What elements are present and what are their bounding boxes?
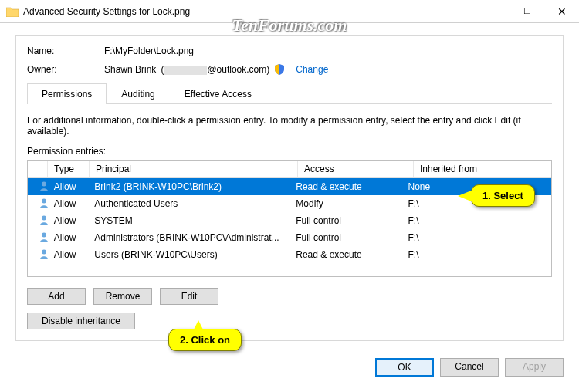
remove-button[interactable]: Remove [93,288,152,305]
user-icon [39,231,48,242]
row-principal: Users (BRINK-W10PC\Users) [88,249,290,260]
user-icon [39,248,48,259]
svg-point-4 [42,249,46,254]
info-text: For additional information, double-click… [27,115,552,137]
inner-panel: Name: F:\MyFolder\Lock.png Owner: Shawn … [15,35,564,341]
svg-point-2 [42,215,46,220]
window-title: Advanced Security Settings for Lock.png [23,6,475,17]
button-row-2: Disable inheritance [27,313,552,329]
tab-auditing[interactable]: Auditing [107,83,169,104]
content-area: Name: F:\MyFolder\Lock.png Owner: Shawn … [0,23,579,350]
row-inherited: F:\ [402,232,551,243]
svg-point-3 [42,232,46,237]
col-inherited[interactable]: Inherited from [414,161,551,177]
entries-label: Permission entries: [27,146,552,157]
disable-inheritance-button[interactable]: Disable inheritance [27,313,135,329]
close-button[interactable]: ✕ [544,0,579,22]
list-header: Type Principal Access Inherited from [28,161,551,178]
tab-permissions[interactable]: Permissions [27,83,107,104]
owner-name: Shawn Brink [104,64,156,75]
permission-row[interactable]: AllowBrink2 (BRINK-W10PC\Brink2)Read & e… [28,178,551,195]
owner-row: Owner: Shawn Brink (@outlook.com) Change [27,64,552,75]
row-access: Read & execute [290,181,401,192]
permission-list[interactable]: Type Principal Access Inherited from All… [27,160,552,277]
name-label: Name: [27,46,104,56]
permission-row[interactable]: AllowAuthenticated UsersModifyF:\ [28,195,551,212]
folder-icon [6,6,19,17]
edit-button[interactable]: Edit [160,288,218,305]
row-inherited: None [402,181,551,192]
row-principal: Brink2 (BRINK-W10PC\Brink2) [88,181,290,192]
shield-icon [274,64,285,75]
user-icon [39,198,48,208]
row-principal: SYSTEM [88,215,290,226]
permission-row[interactable]: AllowSYSTEMFull controlF:\ [28,212,551,229]
tab-effective-access[interactable]: Effective Access [170,83,266,104]
row-type: Allow [48,249,89,260]
cancel-button[interactable]: Cancel [440,358,499,377]
row-type: Allow [48,181,89,192]
col-access[interactable]: Access [298,161,414,177]
add-button[interactable]: Add [27,288,86,305]
svg-point-1 [42,198,46,203]
name-value: F:\MyFolder\Lock.png [104,46,194,56]
col-principal[interactable]: Principal [90,161,298,177]
dialog-footer: OK Cancel Apply [0,350,579,386]
maximize-button[interactable]: ☐ [510,0,544,22]
user-icon [39,215,48,225]
col-type[interactable]: Type [48,161,90,177]
owner-suffix: @outlook.com) [207,64,269,75]
titlebar: Advanced Security Settings for Lock.png … [0,0,579,23]
row-inherited: F:\ [402,215,551,226]
row-type: Allow [48,232,89,243]
name-row: Name: F:\MyFolder\Lock.png [27,46,552,56]
svg-point-0 [42,181,46,186]
row-access: Full control [290,232,401,243]
tab-strip: Permissions Auditing Effective Access [27,83,552,104]
user-icon [39,181,48,191]
row-inherited: F:\ [402,249,551,260]
row-inherited: F:\ [402,198,551,209]
minimize-button[interactable]: ─ [475,0,510,22]
row-access: Read & execute [290,249,401,260]
row-access: Modify [290,198,401,209]
permission-row[interactable]: AllowUsers (BRINK-W10PC\Users)Read & exe… [28,246,551,263]
window-controls: ─ ☐ ✕ [475,0,579,22]
row-principal: Authenticated Users [88,198,290,209]
apply-button[interactable]: Apply [505,358,564,377]
row-type: Allow [48,198,89,209]
permission-row[interactable]: AllowAdministrators (BRINK-W10PC\Adminis… [28,229,551,246]
row-access: Full control [290,215,401,226]
row-type: Allow [48,215,89,226]
change-owner-link[interactable]: Change [296,64,328,75]
col-icon[interactable] [28,161,48,177]
owner-label: Owner: [27,64,104,75]
row-principal: Administrators (BRINK-W10PC\Administrat.… [88,232,290,243]
ok-button[interactable]: OK [375,358,434,377]
button-row-1: Add Remove Edit [27,288,552,305]
owner-redacted [164,66,207,75]
